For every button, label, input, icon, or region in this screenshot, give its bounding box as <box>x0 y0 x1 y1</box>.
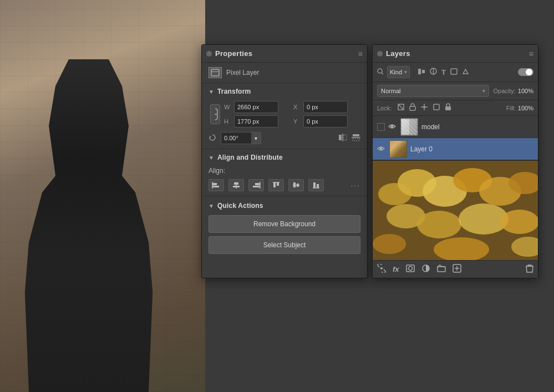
lock-transparent-icon[interactable] <box>397 103 405 113</box>
constrain-proportions-icon[interactable] <box>210 104 220 124</box>
pixel-filter-icon[interactable] <box>418 68 425 77</box>
transform-section-title: Transform <box>217 88 251 95</box>
add-layer-mask-icon[interactable] <box>406 264 415 274</box>
x-label: X <box>293 104 301 110</box>
kind-filter-row: Kind ▾ T <box>373 63 538 82</box>
link-layers-icon[interactable] <box>377 264 386 274</box>
x-input[interactable] <box>303 101 348 113</box>
svg-rect-26 <box>317 184 319 187</box>
rotation-icon <box>209 134 216 142</box>
flip-vertical-icon[interactable] <box>352 134 360 143</box>
text-filter-icon[interactable]: T <box>441 68 446 77</box>
layer-eye-icon[interactable] <box>388 123 397 131</box>
rotation-row: ▾ <box>209 132 360 144</box>
svg-rect-5 <box>344 135 347 140</box>
layer-row[interactable]: Layer 0 <box>373 138 538 160</box>
quick-actions-header[interactable]: ▼ Quick Actions <box>209 202 360 210</box>
align-section-header[interactable]: ▼ Align and Distribute <box>209 154 360 161</box>
remove-background-button[interactable]: Remove Background <box>209 215 360 233</box>
layers-menu-icon[interactable]: ≡ <box>529 49 533 58</box>
svg-point-63 <box>408 267 412 271</box>
kind-dropdown-label: Kind <box>390 69 402 75</box>
svg-rect-10 <box>212 183 217 185</box>
layer-fx-icon[interactable]: fx <box>393 265 399 273</box>
transform-arrow-icon: ▼ <box>209 89 214 95</box>
background-photo <box>0 0 205 392</box>
properties-panel: Properties ≡ Pixel Layer ▼ Transform <box>201 44 368 278</box>
svg-rect-11 <box>212 186 219 187</box>
svg-rect-42 <box>445 106 451 110</box>
adjustment-filter-icon[interactable] <box>430 68 437 77</box>
svg-point-56 <box>417 211 461 238</box>
transform-section-header[interactable]: ▼ Transform <box>209 88 360 95</box>
align-left-button[interactable] <box>209 179 224 191</box>
svg-point-40 <box>423 106 425 108</box>
svg-rect-19 <box>273 182 276 187</box>
pixel-layer-row: Pixel Layer <box>202 63 367 83</box>
lock-pixels-icon[interactable] <box>409 103 416 113</box>
properties-close-button[interactable] <box>206 51 212 57</box>
blend-mode-label: Normal <box>381 88 400 94</box>
more-options-button[interactable]: ··· <box>350 181 360 190</box>
pixel-layer-icon <box>209 67 222 78</box>
svg-rect-16 <box>255 183 260 185</box>
svg-rect-25 <box>313 182 316 187</box>
delete-layer-icon[interactable] <box>526 264 533 274</box>
align-center-h-button[interactable] <box>228 179 244 191</box>
quick-actions-title: Quick Actions <box>217 202 263 210</box>
opacity-label: Opacity: <box>494 88 516 94</box>
width-input[interactable] <box>234 101 278 113</box>
align-right-button[interactable] <box>248 179 264 191</box>
select-subject-button[interactable]: Select Subject <box>209 236 360 254</box>
svg-rect-37 <box>410 106 415 110</box>
align-section-title: Align and Distribute <box>217 154 283 161</box>
svg-rect-4 <box>339 135 342 140</box>
transform-section: ▼ Transform W X H <box>202 83 367 149</box>
lock-label: Lock: <box>377 105 392 111</box>
rotation-input[interactable] <box>221 132 251 144</box>
svg-point-43 <box>391 125 394 128</box>
svg-rect-0 <box>211 69 219 76</box>
layer-visibility-checkbox[interactable] <box>377 123 385 131</box>
layers-titlebar: Layers ≡ <box>373 45 538 63</box>
add-new-layer-icon[interactable] <box>453 264 461 274</box>
lock-all-icon[interactable] <box>445 103 451 113</box>
blend-mode-dropdown[interactable]: Normal ▾ <box>377 85 489 97</box>
layers-search-icon <box>377 68 384 76</box>
layer0-thumbnail <box>389 140 407 158</box>
y-input[interactable] <box>303 115 348 128</box>
height-input[interactable] <box>234 115 278 128</box>
height-label: H <box>224 118 232 125</box>
layer-row[interactable]: model <box>373 116 538 138</box>
svg-rect-8 <box>353 139 359 141</box>
layers-close-button[interactable] <box>377 51 383 57</box>
lock-position-icon[interactable] <box>420 103 428 113</box>
lock-artboard-icon[interactable] <box>433 103 440 113</box>
layer0-eye-icon[interactable] <box>377 145 386 153</box>
opacity-row: Opacity: 100% <box>494 88 534 94</box>
person-silhouette <box>22 59 155 392</box>
align-middle-button[interactable] <box>288 179 304 191</box>
rotation-dropdown[interactable]: ▾ <box>251 132 261 144</box>
y-label: Y <box>293 118 301 125</box>
svg-rect-41 <box>434 104 439 110</box>
properties-menu-icon[interactable]: ≡ <box>358 49 363 58</box>
svg-rect-34 <box>451 69 457 74</box>
width-field: W <box>224 101 291 113</box>
flip-horizontal-icon[interactable] <box>338 134 347 143</box>
width-label: W <box>224 104 232 110</box>
layers-panel: Layers ≡ Kind ▾ T <box>372 44 538 278</box>
svg-line-36 <box>398 104 404 110</box>
x-field: X <box>293 101 360 113</box>
svg-rect-45 <box>409 119 417 135</box>
smart-filter-icon[interactable] <box>462 68 469 77</box>
align-top-button[interactable] <box>268 179 284 191</box>
add-group-icon[interactable] <box>437 264 446 274</box>
add-adjustment-icon[interactable] <box>421 264 430 274</box>
align-bottom-button[interactable] <box>308 179 324 191</box>
svg-rect-30 <box>418 69 421 74</box>
kind-dropdown[interactable]: Kind ▾ <box>387 66 410 78</box>
shape-filter-icon[interactable] <box>450 68 458 77</box>
filter-toggle[interactable] <box>518 68 533 76</box>
svg-point-28 <box>378 69 382 73</box>
